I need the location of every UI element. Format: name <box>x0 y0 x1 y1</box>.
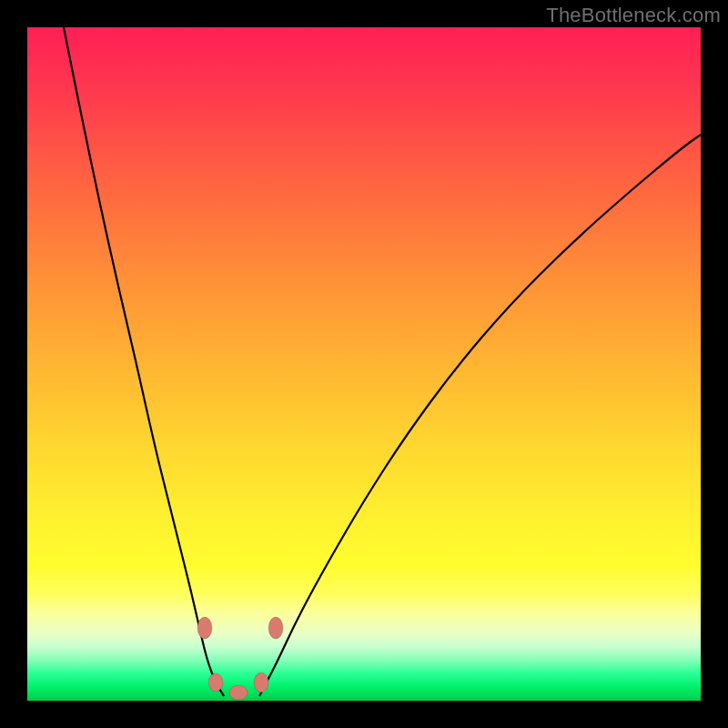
marker-dot <box>197 617 212 639</box>
marker-dot <box>268 617 283 639</box>
marker-group <box>197 617 283 700</box>
chart-svg <box>27 27 701 701</box>
marker-dot <box>208 673 223 692</box>
curve-right <box>259 135 701 696</box>
curve-left <box>64 27 224 696</box>
marker-dot <box>254 672 268 693</box>
watermark-text: TheBottleneck.com <box>546 4 721 27</box>
marker-dot <box>229 685 248 700</box>
chart-area <box>27 27 701 701</box>
